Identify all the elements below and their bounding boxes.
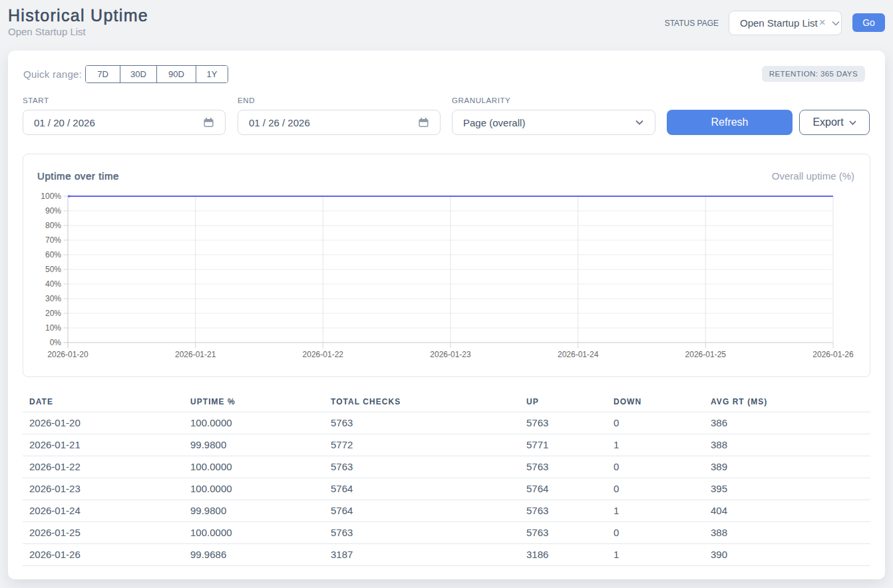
svg-text:2026-01-20: 2026-01-20: [47, 350, 89, 359]
svg-text:2026-01-23: 2026-01-23: [430, 350, 471, 359]
svg-text:2026-01-26: 2026-01-26: [812, 350, 854, 359]
svg-text:0%: 0%: [50, 338, 62, 347]
svg-text:60%: 60%: [45, 250, 61, 259]
svg-text:70%: 70%: [45, 235, 61, 245]
svg-text:100%: 100%: [41, 192, 61, 201]
svg-text:2026-01-24: 2026-01-24: [558, 350, 599, 359]
svg-text:20%: 20%: [45, 309, 61, 318]
svg-text:40%: 40%: [45, 279, 61, 289]
svg-text:10%: 10%: [45, 323, 61, 333]
svg-text:30%: 30%: [45, 294, 61, 303]
svg-text:2026-01-25: 2026-01-25: [685, 350, 727, 359]
svg-text:50%: 50%: [45, 265, 61, 274]
svg-text:80%: 80%: [45, 221, 61, 230]
svg-text:2026-01-21: 2026-01-21: [175, 350, 216, 359]
svg-text:90%: 90%: [45, 206, 61, 216]
svg-text:2026-01-22: 2026-01-22: [303, 350, 344, 359]
